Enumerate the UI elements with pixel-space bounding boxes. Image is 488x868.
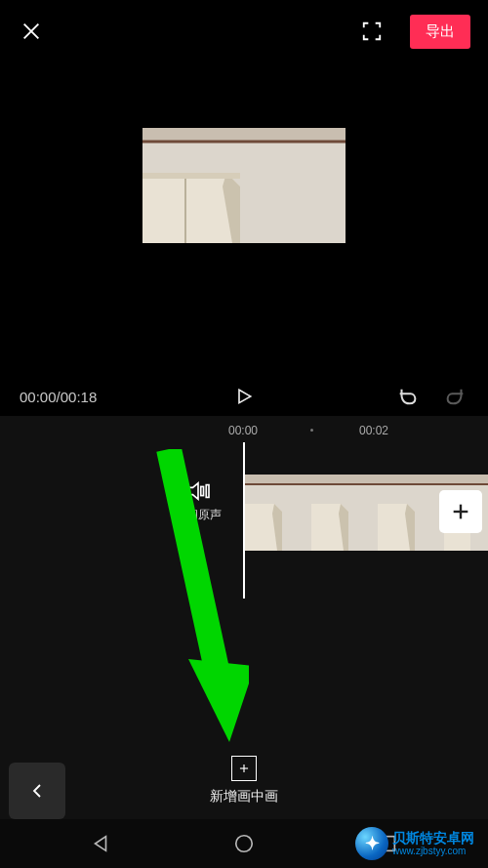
- play-icon: [234, 386, 254, 407]
- watermark-title: 贝斯特安卓网: [392, 830, 474, 846]
- svg-rect-24: [378, 475, 444, 484]
- clip-thumbnail: [378, 475, 444, 551]
- nav-back-button[interactable]: [86, 829, 115, 858]
- svg-marker-10: [187, 483, 198, 500]
- clip-thumbnail: [311, 475, 378, 551]
- plus-icon: [450, 501, 471, 522]
- svg-rect-11: [201, 486, 204, 495]
- time-display: 00:00/00:18: [20, 389, 97, 405]
- svg-rect-3: [142, 128, 346, 142]
- undo-icon: [396, 386, 418, 407]
- watermark-url: www.zjbstyy.com: [392, 846, 474, 857]
- pip-label: 新增画中画: [210, 788, 278, 806]
- back-button[interactable]: [9, 763, 65, 819]
- video-preview[interactable]: [0, 6, 488, 365]
- playhead[interactable]: [243, 442, 245, 599]
- watermark: ✦ 贝斯特安卓网 www.zjbstyy.com: [347, 823, 482, 864]
- svg-marker-36: [96, 837, 106, 851]
- nav-home-button[interactable]: [229, 829, 259, 858]
- play-button[interactable]: [231, 384, 257, 409]
- svg-marker-9: [239, 390, 251, 402]
- mute-label: 关闭原声: [175, 507, 222, 523]
- speaker-icon: [185, 480, 211, 502]
- nav-back-icon: [90, 833, 111, 854]
- chevron-left-icon: [28, 778, 46, 804]
- add-pip-button[interactable]: 新增画中画: [210, 756, 278, 806]
- svg-point-37: [236, 836, 253, 852]
- svg-rect-29: [444, 475, 488, 484]
- add-clip-button[interactable]: [439, 490, 482, 533]
- ruler-label: 00:00: [228, 424, 258, 437]
- svg-rect-19: [311, 475, 378, 484]
- ruler-tick: [310, 429, 313, 432]
- redo-button: [443, 384, 468, 409]
- nav-home-icon: [233, 833, 255, 854]
- clip-thumbnail: [245, 475, 311, 551]
- undo-button[interactable]: [394, 384, 420, 409]
- preview-thumbnail: [142, 128, 346, 243]
- timeline-ruler: 00:00 00:02: [0, 416, 488, 445]
- timeline[interactable]: 00:00 00:02 关闭原声: [0, 416, 488, 868]
- redo-icon: [445, 386, 467, 407]
- mute-original-audio-button[interactable]: 关闭原声: [164, 480, 232, 523]
- svg-rect-12: [206, 485, 209, 498]
- plus-box-icon: [237, 762, 251, 775]
- watermark-logo: ✦: [355, 827, 388, 860]
- svg-rect-8: [142, 173, 240, 179]
- svg-rect-14: [245, 475, 311, 484]
- ruler-label: 00:02: [359, 424, 388, 437]
